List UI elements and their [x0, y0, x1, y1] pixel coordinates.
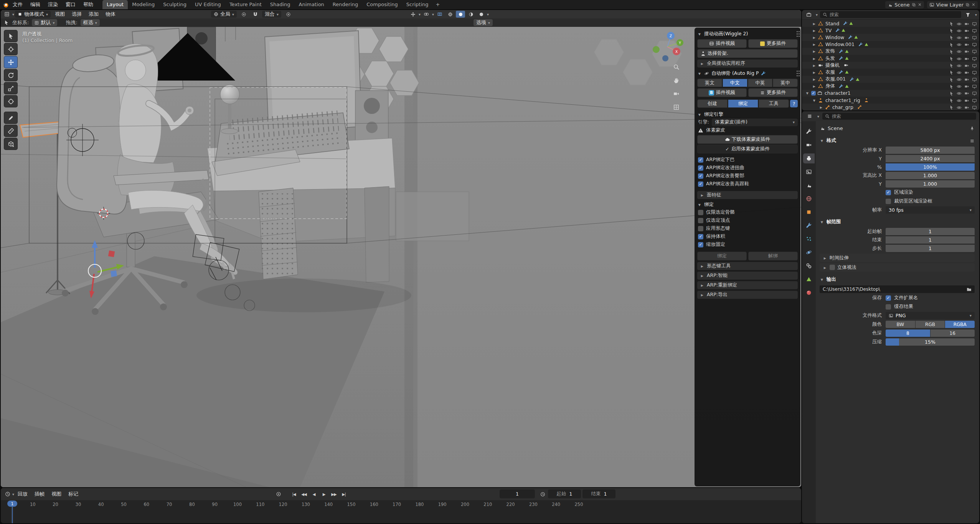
outliner-item[interactable]: ▸ Window.001	[802, 41, 979, 48]
outliner-item[interactable]: ▸ char_grp	[802, 104, 979, 110]
viewport-display-toggle[interactable]	[972, 69, 977, 75]
tool-select-box[interactable]	[4, 30, 18, 42]
hide-toggle[interactable]	[957, 69, 962, 75]
collapsed-section[interactable]: ▸ARP:导出	[697, 291, 798, 299]
chevron-right-icon[interactable]: ▸	[812, 69, 817, 75]
workspace-tab[interactable]: UV Editing	[191, 0, 225, 9]
snap-magnet-icon[interactable]	[251, 11, 260, 18]
outliner-item[interactable]: ▸ Window	[802, 34, 979, 41]
auto-keyframe-icon[interactable]	[274, 491, 283, 498]
options-dropdown[interactable]: 选项 ▾	[474, 19, 493, 26]
mode-tab[interactable]: 创建	[697, 99, 728, 108]
selectable-toggle[interactable]	[949, 35, 954, 40]
drag-handle-icon[interactable]	[797, 31, 798, 32]
viewport-display-toggle[interactable]	[972, 76, 977, 82]
render-toggle[interactable]	[964, 63, 969, 68]
outliner-item[interactable]: ▸ TV	[802, 27, 979, 34]
coord-dropdown[interactable]: 默认 ▾	[32, 19, 57, 26]
checkbox[interactable]	[698, 226, 703, 231]
section-header[interactable]: ▾格式	[820, 136, 975, 145]
number-field[interactable]: 1.000	[886, 180, 975, 188]
hide-toggle[interactable]	[957, 90, 962, 96]
properties-tab-world[interactable]	[803, 194, 815, 204]
workspace-tab[interactable]: Texture Paint	[225, 0, 266, 9]
help-button[interactable]: ?	[790, 100, 798, 107]
outliner-item[interactable]: ▸ 衣服.001	[802, 76, 979, 83]
properties-tab-modifiers[interactable]	[803, 221, 815, 231]
play-reverse-button[interactable]: ◀	[309, 490, 318, 498]
chevron-right-icon[interactable]: ▸	[812, 41, 817, 47]
drag-handle-icon[interactable]	[797, 71, 798, 72]
tool-measure[interactable]	[4, 125, 18, 137]
chevron-down-icon[interactable]: ▾	[487, 12, 489, 16]
view-layer-selector[interactable]: View Layer	[927, 1, 978, 8]
folder-icon[interactable]	[967, 287, 972, 292]
checkbox[interactable]: ✓	[698, 173, 703, 179]
close-icon[interactable]	[918, 3, 922, 7]
outliner-item[interactable]: ▸ 身体	[802, 83, 979, 90]
properties-tab-render[interactable]	[803, 140, 815, 150]
viewport-scene-3d[interactable]	[1, 27, 801, 487]
timeline-menu-item[interactable]: 插帧	[31, 490, 48, 498]
collapsed-section[interactable]: ▸时间拉伸	[820, 254, 975, 262]
hide-toggle[interactable]	[957, 76, 962, 82]
chevron-right-icon[interactable]: ▸	[812, 28, 817, 33]
chevron-right-icon[interactable]: ▸	[819, 104, 823, 110]
tool-add-cube[interactable]	[4, 138, 18, 150]
chevron-right-icon[interactable]: ▸	[812, 48, 817, 54]
outliner-item[interactable]: ▾✓ character1	[802, 90, 979, 97]
checkbox-row[interactable]: ✓文件扩展名	[886, 295, 918, 301]
render-toggle[interactable]	[964, 56, 969, 61]
shading-material-icon[interactable]	[466, 11, 475, 18]
viewport-display-toggle[interactable]	[972, 48, 977, 54]
viewport-3d[interactable]: 用户透视 (1) Collection | Room Z Y X	[1, 27, 801, 487]
bind-option[interactable]: 仅限选定骨骼	[697, 208, 798, 216]
chevron-down-icon[interactable]: ▾	[812, 97, 817, 103]
hide-toggle[interactable]	[957, 35, 962, 40]
workspace-tab[interactable]: Compositing	[362, 0, 402, 9]
dropdown-field[interactable]: 30 fps▾	[886, 206, 975, 214]
selectable-toggle[interactable]	[949, 90, 954, 96]
viewport-display-toggle[interactable]	[972, 97, 977, 103]
jump-end-button[interactable]: ▶|	[339, 490, 348, 498]
duplicate-icon[interactable]	[965, 3, 970, 7]
properties-search-input[interactable]: 搜索	[822, 113, 976, 120]
hide-toggle[interactable]	[957, 56, 962, 61]
checkbox[interactable]	[830, 265, 835, 270]
properties-tab-view-layer[interactable]	[803, 167, 815, 177]
bind-option[interactable]: 仅选定顶点	[697, 216, 798, 224]
collapsed-section[interactable]: ▸ARP:重新绑定	[697, 281, 798, 289]
editor-type-icon[interactable]	[2, 11, 12, 18]
selectable-toggle[interactable]	[949, 21, 954, 26]
hide-toggle[interactable]	[957, 63, 962, 68]
download-voxel-button[interactable]: 下载体素蒙皮插件	[697, 135, 798, 144]
outliner-item[interactable]: ▸ 头发	[802, 55, 979, 62]
arp-video-button[interactable]: B 插件视频	[697, 88, 747, 97]
slider-field[interactable]: 15%	[886, 338, 975, 346]
render-toggle[interactable]	[964, 28, 969, 33]
hide-toggle[interactable]	[957, 104, 962, 110]
render-toggle[interactable]	[964, 104, 969, 110]
play-button[interactable]: ▶	[319, 490, 328, 498]
checkbox[interactable]	[698, 218, 703, 223]
workspace-tab[interactable]: Rendering	[328, 0, 362, 9]
jump-start-button[interactable]: |◀	[289, 490, 299, 498]
selectable-toggle[interactable]	[949, 76, 954, 82]
collection-checkbox[interactable]: ✓	[811, 91, 816, 96]
language-tab[interactable]: 英文	[697, 79, 722, 87]
close-icon[interactable]	[972, 3, 975, 7]
properties-tab-tool[interactable]	[803, 127, 815, 137]
render-toggle[interactable]	[964, 35, 969, 40]
bind-option[interactable]: 应用形态键	[697, 224, 798, 232]
tool-transform[interactable]	[4, 95, 18, 107]
menu-item[interactable]: 编辑	[26, 0, 44, 9]
drag-dropdown[interactable]: 框选 ▾	[81, 19, 100, 26]
bind-button[interactable]: 绑定	[697, 252, 747, 260]
frame-start-field[interactable]: 起始 1	[548, 489, 581, 498]
chevron-right-icon[interactable]: ▸	[812, 56, 817, 61]
bind-option[interactable]: ✓ 缩放固定	[697, 241, 798, 249]
viewport-display-toggle[interactable]	[972, 21, 977, 26]
checkbox[interactable]: ✓	[698, 234, 703, 239]
workspace-tab[interactable]: Animation	[295, 0, 328, 9]
selectable-toggle[interactable]	[949, 41, 954, 47]
